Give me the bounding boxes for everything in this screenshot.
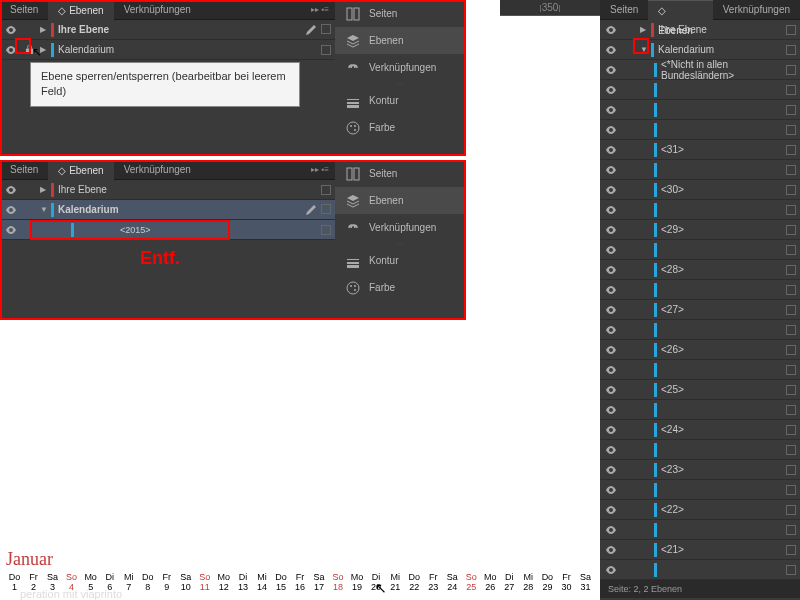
visibility-icon[interactable] <box>604 563 618 577</box>
visibility-icon[interactable] <box>604 403 618 417</box>
list-item[interactable]: <26> <box>600 340 800 360</box>
menu-verknüpfungen[interactable]: Verknüpfungen <box>335 54 465 81</box>
menu-kontur[interactable]: Kontur <box>335 247 465 274</box>
list-item[interactable] <box>600 240 800 260</box>
visibility-icon[interactable] <box>604 123 618 137</box>
visibility-icon[interactable] <box>4 23 18 37</box>
visibility-icon[interactable] <box>4 183 18 197</box>
visibility-icon[interactable] <box>604 423 618 437</box>
square-icon[interactable] <box>321 185 331 195</box>
list-item[interactable]: <31> <box>600 140 800 160</box>
tab-ebenen[interactable]: ◇ Ebenen <box>648 0 712 20</box>
tab-extras[interactable]: ▸▸ ▪≡ <box>305 5 335 14</box>
list-item[interactable]: <24> <box>600 420 800 440</box>
menu-seiten[interactable]: Seiten <box>335 0 465 27</box>
expand-icon[interactable]: ▼ <box>640 45 648 54</box>
tab-verk[interactable]: Verknüpfungen <box>114 0 201 20</box>
list-item[interactable] <box>600 160 800 180</box>
visibility-icon[interactable] <box>604 223 618 237</box>
square-icon[interactable] <box>321 45 331 55</box>
menu-ebenen[interactable]: Ebenen <box>335 27 465 54</box>
menu-ebenen[interactable]: Ebenen <box>335 187 465 214</box>
list-item[interactable] <box>600 200 800 220</box>
square-icon[interactable] <box>786 485 796 495</box>
square-icon[interactable] <box>786 525 796 535</box>
expand-icon[interactable]: ▼ <box>40 205 48 214</box>
square-icon[interactable] <box>786 225 796 235</box>
square-icon[interactable] <box>786 285 796 295</box>
visibility-icon[interactable] <box>604 283 618 297</box>
list-item[interactable]: <30> <box>600 180 800 200</box>
visibility-icon[interactable] <box>604 483 618 497</box>
visibility-icon[interactable] <box>604 23 618 37</box>
tab-ebenen[interactable]: ◇ Ebenen <box>48 160 113 180</box>
list-item[interactable]: <22> <box>600 500 800 520</box>
square-icon[interactable] <box>786 165 796 175</box>
visibility-icon[interactable] <box>604 63 618 77</box>
list-item[interactable]: <25> <box>600 380 800 400</box>
tab-seiten[interactable]: Seiten <box>0 160 48 180</box>
pen-icon[interactable] <box>305 204 317 216</box>
visibility-icon[interactable] <box>604 263 618 277</box>
menu-kontur[interactable]: Kontur <box>335 87 465 114</box>
square-icon[interactable] <box>786 425 796 435</box>
square-icon[interactable] <box>786 105 796 115</box>
visibility-icon[interactable] <box>604 183 618 197</box>
expand-icon[interactable]: ▶ <box>40 185 48 194</box>
visibility-icon[interactable] <box>604 203 618 217</box>
list-item[interactable] <box>600 120 800 140</box>
tab-seiten[interactable]: Seiten <box>0 0 48 20</box>
list-item[interactable]: <27> <box>600 300 800 320</box>
list-item[interactable]: <23> <box>600 460 800 480</box>
visibility-icon[interactable] <box>4 203 18 217</box>
pen-icon[interactable] <box>305 24 317 36</box>
list-item[interactable] <box>600 560 800 580</box>
visibility-icon[interactable] <box>4 223 18 237</box>
visibility-icon[interactable] <box>604 243 618 257</box>
square-icon[interactable] <box>786 85 796 95</box>
menu-seiten[interactable]: Seiten <box>335 160 465 187</box>
layer-row[interactable]: ▶ Ihre Ebene <box>0 20 335 40</box>
list-item[interactable] <box>600 320 800 340</box>
list-item[interactable]: <29> <box>600 220 800 240</box>
layer-row[interactable]: ▼ Kalendarium <box>600 40 800 60</box>
tab-verk[interactable]: Verknüpfungen <box>114 160 201 180</box>
visibility-icon[interactable] <box>604 43 618 57</box>
visibility-icon[interactable] <box>604 343 618 357</box>
visibility-icon[interactable] <box>4 43 18 57</box>
square-icon[interactable] <box>786 365 796 375</box>
menu-farbe[interactable]: Farbe <box>335 274 465 301</box>
visibility-icon[interactable] <box>604 383 618 397</box>
list-item[interactable] <box>600 440 800 460</box>
visibility-icon[interactable] <box>604 323 618 337</box>
visibility-icon[interactable] <box>604 523 618 537</box>
visibility-icon[interactable] <box>604 303 618 317</box>
square-icon[interactable] <box>786 305 796 315</box>
square-icon[interactable] <box>786 45 796 55</box>
list-item[interactable]: <*Nicht in allen Bundesländern> <box>600 60 800 80</box>
visibility-icon[interactable] <box>604 103 618 117</box>
menu-farbe[interactable]: Farbe <box>335 114 465 141</box>
expand-icon[interactable]: ▶ <box>640 25 648 34</box>
square-icon[interactable] <box>786 545 796 555</box>
visibility-icon[interactable] <box>604 363 618 377</box>
layer-row[interactable]: ▼ Kalendarium <box>0 200 335 220</box>
square-icon[interactable] <box>786 125 796 135</box>
square-icon[interactable] <box>786 385 796 395</box>
square-icon[interactable] <box>786 25 796 35</box>
square-icon[interactable] <box>786 465 796 475</box>
square-icon[interactable] <box>786 185 796 195</box>
square-icon[interactable] <box>786 345 796 355</box>
visibility-icon[interactable] <box>604 503 618 517</box>
tab-ebenen[interactable]: ◇ Ebenen <box>48 0 113 20</box>
list-item[interactable] <box>600 400 800 420</box>
square-icon[interactable] <box>786 265 796 275</box>
visibility-icon[interactable] <box>604 443 618 457</box>
layer-row[interactable]: ▶ Ihre Ebene <box>0 180 335 200</box>
square-icon[interactable] <box>786 65 796 75</box>
square-icon[interactable] <box>786 505 796 515</box>
square-icon[interactable] <box>321 225 331 235</box>
square-icon[interactable] <box>321 204 331 214</box>
layer-row[interactable]: <2015> <box>0 220 335 240</box>
square-icon[interactable] <box>786 245 796 255</box>
